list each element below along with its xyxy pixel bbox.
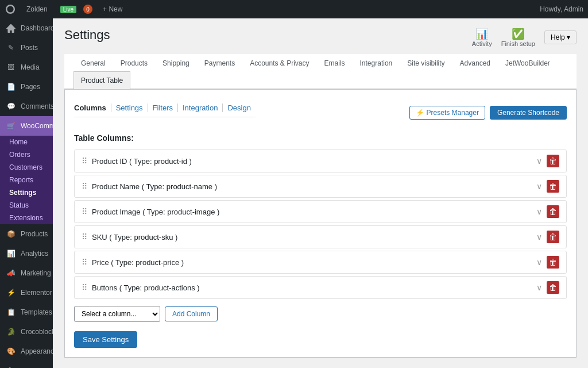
sidebar-item-dashboard[interactable]: Dashboard	[0, 18, 53, 38]
elementor-icon: ⚡	[6, 288, 16, 298]
table-row: ⠿ Price ( Type: product-price ) ∨ 🗑	[74, 251, 567, 274]
sidebar-item-customers[interactable]: Customers	[0, 161, 53, 174]
sidebar-item-woocommerce[interactable]: 🛒 WooCommerce	[0, 116, 53, 136]
settings-tabs: General Products Shipping Payments Accou…	[64, 54, 577, 89]
sidebar-item-analytics[interactable]: 📊 Analytics	[0, 244, 53, 263]
subnav-settings[interactable]: Settings	[111, 103, 148, 112]
tab-product-table[interactable]: Product Table	[74, 71, 130, 89]
column-label: SKU ( Type: product-sku )	[92, 233, 177, 241]
table-columns-title: Table Columns:	[74, 133, 567, 143]
drag-handle-icon[interactable]: ⠿	[82, 258, 87, 267]
sidebar-label-comments: Comments	[21, 102, 53, 110]
tab-products[interactable]: Products	[113, 54, 155, 72]
tab-general[interactable]: General	[74, 54, 113, 72]
sidebar-item-posts[interactable]: ✎ Posts	[0, 38, 53, 57]
expand-icon[interactable]: ∨	[536, 283, 542, 292]
drag-handle-icon[interactable]: ⠿	[82, 283, 87, 292]
generate-shortcode-button[interactable]: Generate Shortcode	[490, 106, 567, 120]
add-column-button[interactable]: Add Column	[165, 306, 218, 321]
presets-label: Presets Manager	[427, 109, 479, 117]
expand-icon[interactable]: ∨	[536, 156, 542, 166]
site-name[interactable]: Zolden	[23, 5, 51, 13]
table-row: ⠿ Product ID ( Type: product-id ) ∨ 🗑	[74, 150, 567, 172]
sidebar-label-woocommerce: WooCommerce	[21, 122, 53, 130]
sidebar-label-products: Products	[21, 230, 48, 238]
page-title: Settings	[64, 28, 110, 43]
subnav-integration[interactable]: Integration	[178, 103, 223, 112]
sidebar-item-status[interactable]: Status	[0, 199, 53, 212]
sidebar-label-status: Status	[9, 201, 29, 209]
sidebar-item-plugins[interactable]: 🔌 Plugins	[0, 361, 53, 368]
tab-integration[interactable]: Integration	[353, 54, 400, 72]
analytics-icon: 📊	[6, 248, 16, 259]
sidebar: Dashboard ✎ Posts 🖼 Media 📄 Pages 💬 Comm…	[0, 18, 53, 368]
delete-column-button[interactable]: 🗑	[547, 155, 559, 167]
subnav-columns[interactable]: Columns	[74, 103, 111, 112]
sidebar-label-marketing: Marketing	[21, 269, 51, 277]
tab-payments[interactable]: Payments	[197, 54, 242, 72]
sidebar-item-settings[interactable]: Settings	[0, 186, 53, 199]
sub-navigation: Columns Settings Filters Integration Des…	[74, 99, 256, 117]
settings-content-area: Columns Settings Filters Integration Des…	[64, 89, 577, 358]
drag-handle-icon[interactable]: ⠿	[82, 207, 87, 216]
drag-handle-icon[interactable]: ⠿	[82, 232, 87, 241]
column-label: Price ( Type: product-price )	[92, 258, 184, 267]
subnav-filters[interactable]: Filters	[148, 103, 178, 112]
sidebar-label-posts: Posts	[21, 44, 38, 52]
sidebar-label-home: Home	[9, 138, 28, 146]
sidebar-label-crocoblock: Crocoblock	[21, 328, 53, 336]
finish-setup-button[interactable]: ✅ Finish setup	[501, 28, 535, 47]
media-icon: 🖼	[6, 62, 16, 72]
finish-icon: ✅	[512, 28, 524, 40]
presets-manager-button[interactable]: ⚡ Presets Manager	[409, 106, 485, 120]
drag-handle-icon[interactable]: ⠿	[82, 156, 87, 166]
expand-icon[interactable]: ∨	[536, 258, 542, 267]
expand-icon[interactable]: ∨	[536, 182, 542, 191]
activity-button[interactable]: 📊 Activity	[472, 28, 492, 47]
sidebar-item-reports[interactable]: Reports	[0, 174, 53, 186]
table-row: ⠿ Product Image ( Type: product-image ) …	[74, 200, 567, 223]
notifications-count[interactable]: 0	[83, 5, 92, 14]
sidebar-item-crocoblock[interactable]: 🐊 Crocoblock	[0, 322, 53, 342]
table-row: ⠿ Buttons ( Type: product-actions ) ∨ 🗑	[74, 276, 567, 299]
tab-emails[interactable]: Emails	[317, 54, 353, 72]
tab-site-visibility[interactable]: Site visibility	[400, 54, 452, 72]
sidebar-item-home[interactable]: Home	[0, 136, 53, 148]
appearance-icon: 🎨	[6, 346, 16, 356]
tab-accounts[interactable]: Accounts & Privacy	[242, 54, 316, 72]
sidebar-item-pages[interactable]: 📄 Pages	[0, 77, 53, 97]
delete-column-button[interactable]: 🗑	[547, 256, 559, 269]
tab-shipping[interactable]: Shipping	[155, 54, 197, 72]
sidebar-item-orders[interactable]: Orders	[0, 148, 53, 161]
sidebar-item-extensions[interactable]: Extensions	[0, 212, 53, 224]
delete-column-button[interactable]: 🗑	[547, 281, 559, 294]
new-content-button[interactable]: + New	[99, 5, 126, 13]
wp-logo[interactable]	[5, 3, 16, 15]
sidebar-item-products[interactable]: 📦 Products	[0, 224, 53, 244]
help-button[interactable]: Help ▾	[544, 30, 577, 44]
sidebar-label-settings: Settings	[9, 189, 36, 197]
sidebar-label-dashboard: Dashboard	[21, 24, 53, 32]
sidebar-label-customers: Customers	[9, 163, 42, 171]
delete-column-button[interactable]: 🗑	[547, 180, 559, 193]
delete-column-button[interactable]: 🗑	[547, 205, 559, 218]
subnav-design[interactable]: Design	[223, 103, 255, 112]
sidebar-item-templates[interactable]: 📋 Templates	[0, 302, 53, 322]
expand-icon[interactable]: ∨	[536, 207, 542, 216]
drag-handle-icon[interactable]: ⠿	[82, 182, 87, 191]
activity-label: Activity	[472, 40, 492, 47]
expand-icon[interactable]: ∨	[536, 232, 542, 241]
save-settings-button[interactable]: Save Settings	[74, 331, 137, 348]
sidebar-item-appearance[interactable]: 🎨 Appearance	[0, 342, 53, 361]
sidebar-label-analytics: Analytics	[21, 250, 48, 258]
sidebar-item-media[interactable]: 🖼 Media	[0, 57, 53, 77]
sidebar-item-marketing[interactable]: 📣 Marketing	[0, 263, 53, 283]
delete-column-button[interactable]: 🗑	[547, 231, 559, 243]
sidebar-item-elementor[interactable]: ⚡ Elementor	[0, 283, 53, 302]
tab-advanced[interactable]: Advanced	[452, 54, 498, 72]
marketing-icon: 📣	[6, 268, 16, 278]
column-select[interactable]: Select a column...	[74, 306, 160, 322]
tab-jetwoobuilder[interactable]: JetWooBuilder	[498, 54, 558, 72]
sidebar-item-comments[interactable]: 💬 Comments	[0, 97, 53, 116]
sidebar-label-templates: Templates	[21, 308, 52, 316]
